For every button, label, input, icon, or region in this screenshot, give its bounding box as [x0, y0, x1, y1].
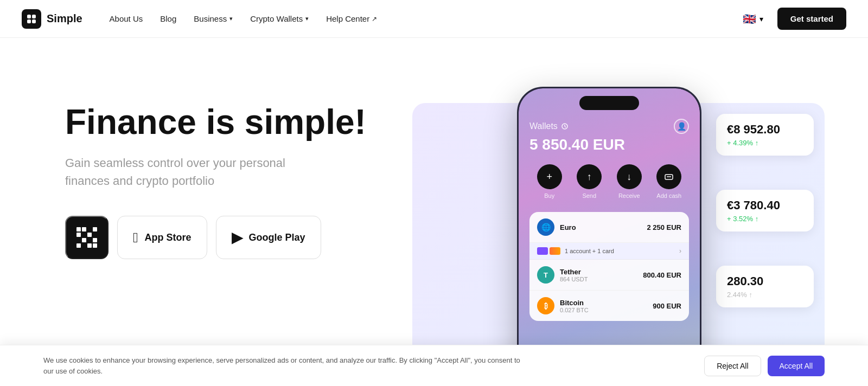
cookie-banner: We use cookies to enhance your browsing … — [0, 345, 868, 386]
card-icon-1 — [537, 247, 548, 255]
phone-screen: Wallets 👤 5 850.40 EUR + Buy ↑ S — [519, 88, 700, 386]
nav-blog[interactable]: Blog — [160, 14, 176, 23]
tether-label: Tether — [560, 268, 637, 276]
action-buttons: + Buy ↑ Send ↓ Receive — [529, 164, 689, 199]
cookie-text: We use cookies to enhance your browsing … — [43, 355, 532, 376]
tether-icon: T — [537, 266, 554, 284]
receive-icon: ↓ — [617, 164, 642, 189]
qr-code-icon — [76, 227, 97, 248]
add-cash-label: Add cash — [656, 192, 681, 199]
svg-rect-2 — [27, 20, 31, 23]
add-cash-button[interactable]: Add cash — [656, 164, 681, 199]
wallets-label: Wallets — [529, 121, 569, 131]
side-card-2: €3 780.40 + 3.52% ↑ — [716, 190, 814, 231]
accept-cookies-button[interactable]: Accept All — [768, 356, 825, 376]
side-card-2-change: + 3.52% ↑ — [727, 215, 803, 223]
cta-buttons:  App Store ▶ Google Play — [65, 216, 391, 259]
hero-visual: €8 952.80 + 4.39% ↑ €3 780.40 + 3.52% ↑ … — [412, 70, 825, 386]
cookie-actions: Reject All Accept All — [704, 356, 825, 376]
svg-rect-1 — [32, 15, 36, 18]
tether-name: Tether 864 USDT — [560, 268, 637, 282]
send-icon: ↑ — [577, 164, 602, 189]
euro-amount: 2 250 EUR — [647, 223, 681, 231]
app-store-label: App Store — [145, 232, 192, 243]
side-card-1-value: €8 952.80 — [727, 123, 803, 137]
google-play-label: Google Play — [249, 232, 305, 243]
phone-content: Wallets 👤 5 850.40 EUR + Buy ↑ S — [519, 88, 700, 386]
receive-label: Receive — [618, 192, 640, 199]
side-card-3-value: 280.30 — [727, 274, 803, 288]
nav-business[interactable]: Business ▾ — [194, 14, 233, 23]
language-selector[interactable]: 🇬🇧 ▾ — [737, 9, 769, 29]
account-card-icons — [537, 247, 560, 255]
brand-name: Simple — [47, 12, 82, 25]
svg-rect-3 — [32, 20, 36, 23]
nav-links: About Us Blog Business ▾ Crypto Wallets … — [110, 14, 737, 23]
bitcoin-label: Bitcoin — [560, 299, 647, 307]
send-label: Send — [582, 192, 596, 199]
card-icon-2 — [550, 247, 560, 255]
svg-rect-0 — [27, 15, 31, 18]
receive-button[interactable]: ↓ Receive — [617, 164, 642, 199]
apple-icon:  — [133, 229, 138, 246]
euro-icon: 🌐 — [537, 218, 554, 236]
bitcoin-icon: ₿ — [537, 297, 554, 314]
logo[interactable]: Simple — [22, 9, 82, 29]
svg-line-6 — [565, 126, 566, 127]
buy-button[interactable]: + Buy — [537, 164, 562, 199]
chevron-down-icon: ▾ — [229, 15, 233, 22]
app-store-button[interactable]:  App Store — [117, 216, 207, 259]
qr-code-button[interactable] — [65, 216, 108, 259]
add-cash-icon — [656, 164, 681, 189]
hero-section: Finance is simple! Gain seamless control… — [0, 38, 868, 386]
chevron-down-icon: ▾ — [305, 15, 309, 22]
bitcoin-name: Bitcoin 0.027 BTC — [560, 299, 647, 313]
wallet-item-tether: T Tether 864 USDT 800.40 EUR — [529, 260, 689, 291]
side-card-1-change: + 4.39% ↑ — [727, 139, 803, 147]
phone-notch — [579, 96, 639, 110]
buy-icon: + — [537, 164, 562, 189]
nav-crypto-wallets[interactable]: Crypto Wallets ▾ — [250, 14, 309, 23]
hero-content: Finance is simple! Gain seamless control… — [65, 70, 391, 259]
wallet-item-euro: 🌐 Euro 2 250 EUR — [529, 212, 689, 243]
google-play-button[interactable]: ▶ Google Play — [216, 216, 321, 259]
get-started-button[interactable]: Get started — [777, 8, 846, 30]
euro-label: Euro — [560, 223, 641, 231]
reject-cookies-button[interactable]: Reject All — [704, 356, 761, 376]
phone-balance: 5 850.40 EUR — [529, 136, 689, 153]
tether-sub: 864 USDT — [560, 276, 637, 282]
buy-label: Buy — [544, 192, 554, 199]
account-card-row[interactable]: 1 account + 1 card › — [529, 243, 689, 260]
phone-mockup: Wallets 👤 5 850.40 EUR + Buy ↑ S — [517, 87, 701, 386]
tether-amount: 800.40 EUR — [643, 271, 681, 279]
send-button[interactable]: ↑ Send — [577, 164, 602, 199]
euro-name: Euro — [560, 223, 641, 231]
side-card-3: 280.30 2.44% ↑ — [716, 266, 814, 307]
nav-about-us[interactable]: About Us — [110, 14, 143, 23]
google-play-icon: ▶ — [232, 229, 242, 246]
nav-right: 🇬🇧 ▾ Get started — [737, 8, 846, 30]
logo-icon — [22, 9, 41, 29]
account-card-text: 1 account + 1 card — [565, 248, 675, 254]
side-card-1: €8 952.80 + 4.39% ↑ — [716, 114, 814, 156]
chevron-down-icon: ▾ — [760, 15, 763, 23]
side-card-2-value: €3 780.40 — [727, 198, 803, 213]
external-link-icon: ↗ — [372, 15, 377, 23]
wallet-list: 🌐 Euro 2 250 EUR 1 acc — [529, 212, 689, 321]
profile-icon: 👤 — [674, 119, 689, 134]
side-card-3-change: 2.44% ↑ — [727, 291, 803, 299]
wallet-item-bitcoin: ₿ Bitcoin 0.027 BTC 900 EUR — [529, 291, 689, 321]
flag-icon: 🇬🇧 — [743, 12, 756, 25]
navbar: Simple About Us Blog Business ▾ Crypto W… — [0, 0, 868, 38]
bitcoin-amount: 900 EUR — [653, 302, 681, 310]
chevron-right-icon: › — [679, 247, 681, 255]
nav-help-center[interactable]: Help Center ↗ — [326, 14, 377, 23]
hero-subtitle: Gain seamless control over your personal… — [65, 154, 315, 190]
hero-title: Finance is simple! — [65, 103, 391, 141]
bitcoin-sub: 0.027 BTC — [560, 307, 647, 313]
phone-header: Wallets 👤 — [529, 119, 689, 134]
